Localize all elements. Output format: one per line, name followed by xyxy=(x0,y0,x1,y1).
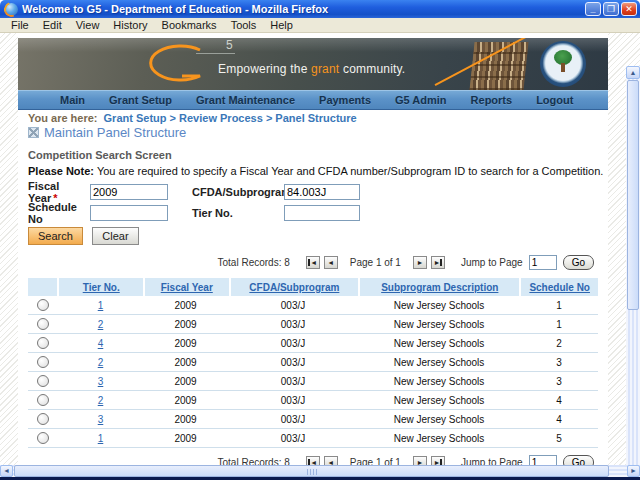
radio-column-header xyxy=(28,278,57,296)
menu-file[interactable]: File xyxy=(4,18,36,32)
tier-cell: 3 xyxy=(58,414,143,425)
search-button[interactable]: Search xyxy=(28,227,83,245)
horizontal-scrollbar[interactable]: ◄ ► xyxy=(0,465,640,477)
schedule-cell: 1 xyxy=(520,319,598,330)
description-cell: New Jersey Schools xyxy=(358,300,520,311)
nav-logout[interactable]: Logout xyxy=(524,92,585,108)
note-text: Please Note: You are required to specify… xyxy=(28,165,608,178)
fiscal-year-cell: 2009 xyxy=(143,414,228,425)
row-radio-button[interactable] xyxy=(37,337,49,349)
cfda-cell: 003/J xyxy=(228,376,358,387)
row-radio-button[interactable] xyxy=(37,299,49,311)
nav-payments[interactable]: Payments xyxy=(307,92,383,108)
fiscal-year-header[interactable]: Fiscal Year xyxy=(145,278,229,296)
schedule-cell: 2 xyxy=(520,338,598,349)
schedule-cell: 3 xyxy=(520,357,598,368)
first-page-button[interactable]: ◄ xyxy=(306,256,320,269)
fiscal-year-cell: 2009 xyxy=(143,357,228,368)
clear-button[interactable]: Clear xyxy=(92,227,138,245)
jump-to-page-input[interactable] xyxy=(529,255,557,270)
nav-g5-admin[interactable]: G5 Admin xyxy=(383,92,459,108)
tier-cell: 4 xyxy=(58,338,143,349)
schedule-no-label: Schedule No xyxy=(28,201,90,225)
horizontal-scroll-thumb[interactable] xyxy=(14,465,609,477)
schedule-cell: 4 xyxy=(520,395,598,406)
scroll-left-icon[interactable]: ◄ xyxy=(0,465,13,477)
tier-no-header[interactable]: Tier No. xyxy=(59,278,143,296)
close-button[interactable]: ✕ xyxy=(621,2,637,16)
jump-to-page-label: Jump to Page xyxy=(461,257,523,268)
page-content: 5 Empowering the grant community. Main G… xyxy=(18,33,608,468)
subprogram-description-header[interactable]: Subprogram Description xyxy=(360,278,519,296)
row-radio-button[interactable] xyxy=(37,356,49,368)
row-radio-button[interactable] xyxy=(37,318,49,330)
table-row: 22009003/JNew Jersey Schools3 xyxy=(28,353,598,372)
minimize-button[interactable]: _ xyxy=(585,2,601,16)
g5-banner: 5 Empowering the grant community. xyxy=(18,38,608,90)
next-page-button[interactable]: ► xyxy=(413,256,427,269)
tier-cell: 1 xyxy=(58,300,143,311)
go-button[interactable]: Go xyxy=(563,255,594,270)
radio-cell xyxy=(28,318,58,330)
scroll-up-icon[interactable]: ▲ xyxy=(626,66,640,79)
fiscal-year-cell: 2009 xyxy=(143,395,228,406)
row-radio-button[interactable] xyxy=(37,394,49,406)
schedule-no-input[interactable] xyxy=(90,205,168,221)
maximize-button[interactable]: ❐ xyxy=(603,2,619,16)
tagline-prefix: Empowering the xyxy=(218,62,311,76)
row-radio-button[interactable] xyxy=(37,432,49,444)
menu-bar: File Edit View History Bookmarks Tools H… xyxy=(0,18,640,33)
fiscal-year-cell: 2009 xyxy=(143,319,228,330)
menu-tools[interactable]: Tools xyxy=(224,18,264,32)
cfda-subprogram-header[interactable]: CFDA/Subprogram xyxy=(231,278,359,296)
tier-link[interactable]: 4 xyxy=(98,338,104,349)
nav-main[interactable]: Main xyxy=(48,92,97,108)
tier-cell: 2 xyxy=(58,395,143,406)
menu-help[interactable]: Help xyxy=(263,18,300,32)
menu-bookmarks[interactable]: Bookmarks xyxy=(155,18,224,32)
scroll-right-icon[interactable]: ► xyxy=(627,465,640,477)
last-page-button[interactable]: ► xyxy=(431,256,445,269)
menu-view[interactable]: View xyxy=(69,18,107,32)
row-radio-button[interactable] xyxy=(37,375,49,387)
page-viewport: 5 Empowering the grant community. Main G… xyxy=(0,33,640,468)
table-row: 42009003/JNew Jersey Schools2 xyxy=(28,334,598,353)
description-cell: New Jersey Schools xyxy=(358,338,520,349)
schedule-no-header[interactable]: Schedule No xyxy=(521,278,598,296)
prev-page-button[interactable]: ◄ xyxy=(324,256,338,269)
screen-title: Competition Search Screen xyxy=(28,149,608,161)
radio-cell xyxy=(28,432,58,444)
breadcrumb-path[interactable]: Grant Setup > Review Process > Panel Str… xyxy=(104,112,357,124)
tier-link[interactable]: 1 xyxy=(98,433,104,444)
tier-link[interactable]: 3 xyxy=(98,376,104,387)
page-title: Maintain Panel Structure xyxy=(44,125,186,140)
menu-edit[interactable]: Edit xyxy=(36,18,69,32)
tier-cell: 2 xyxy=(58,319,143,330)
tier-link[interactable]: 3 xyxy=(98,414,104,425)
description-cell: New Jersey Schools xyxy=(358,376,520,387)
tier-no-input[interactable] xyxy=(284,205,360,221)
tier-no-label: Tier No. xyxy=(192,207,284,219)
cfda-subprogram-input[interactable] xyxy=(284,184,360,200)
schedule-cell: 1 xyxy=(520,300,598,311)
fiscal-year-input[interactable] xyxy=(90,184,168,200)
tier-link[interactable]: 1 xyxy=(98,300,104,311)
browser-window: Welcome to G5 - Department of Education … xyxy=(0,0,640,480)
cfda-cell: 003/J xyxy=(228,338,358,349)
dept-of-education-seal-icon xyxy=(540,41,586,87)
tier-link[interactable]: 2 xyxy=(98,319,104,330)
nav-reports[interactable]: Reports xyxy=(459,92,525,108)
pagination-top: Total Records: 8 ◄ ◄ Page 1 of 1 ► ► Jum… xyxy=(18,254,608,270)
row-radio-button[interactable] xyxy=(37,413,49,425)
schedule-cell: 5 xyxy=(520,433,598,444)
table-row: 32009003/JNew Jersey Schools4 xyxy=(28,410,598,429)
nav-grant-setup[interactable]: Grant Setup xyxy=(97,92,184,108)
table-row: 22009003/JNew Jersey Schools1 xyxy=(28,315,598,334)
vertical-scrollbar[interactable]: ▲ ▼ xyxy=(626,66,640,480)
tier-link[interactable]: 2 xyxy=(98,395,104,406)
banner-tagline: Empowering the grant community. xyxy=(218,62,405,76)
tier-link[interactable]: 2 xyxy=(98,357,104,368)
menu-history[interactable]: History xyxy=(106,18,154,32)
vertical-scroll-thumb[interactable] xyxy=(627,80,639,310)
nav-grant-maintenance[interactable]: Grant Maintenance xyxy=(184,92,307,108)
